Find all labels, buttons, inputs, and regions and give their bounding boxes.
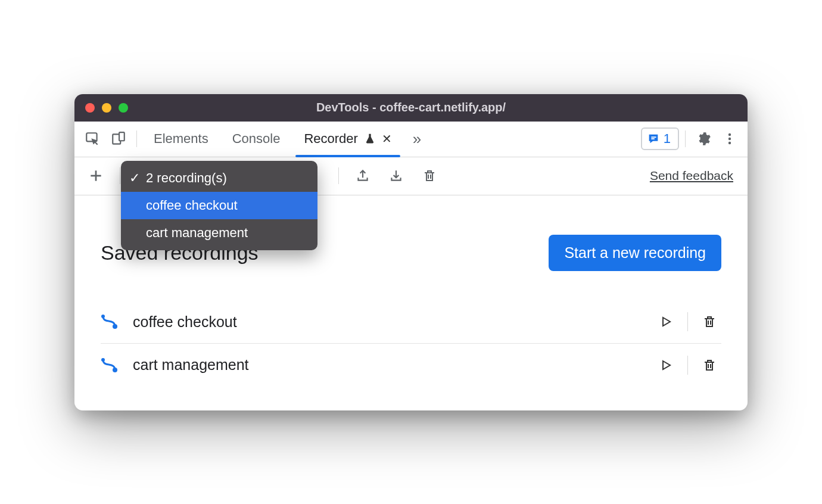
devtools-window: DevTools - coffee-cart.netlify.app/ Elem… xyxy=(74,94,748,410)
svg-rect-4 xyxy=(651,138,655,139)
divider xyxy=(685,130,686,147)
close-window-button[interactable] xyxy=(85,103,95,113)
recordings-dropdown: ✓ 2 recording(s) coffee checkout cart ma… xyxy=(121,161,317,250)
minimize-window-button[interactable] xyxy=(102,103,111,113)
svg-point-18 xyxy=(113,368,117,372)
tab-label: Elements xyxy=(154,131,208,147)
more-tabs-icon[interactable]: » xyxy=(405,127,429,151)
export-icon[interactable] xyxy=(350,163,376,189)
svg-point-13 xyxy=(113,324,117,329)
titlebar: DevTools - coffee-cart.netlify.app/ xyxy=(74,94,748,122)
dropdown-item[interactable]: cart management xyxy=(121,219,317,247)
flow-icon xyxy=(101,313,120,330)
svg-rect-2 xyxy=(119,132,124,141)
list-item[interactable]: coffee checkout xyxy=(101,301,721,344)
device-toolbar-icon[interactable] xyxy=(107,127,130,151)
play-icon[interactable] xyxy=(654,310,678,334)
tab-console[interactable]: Console xyxy=(222,121,291,157)
recording-name: coffee checkout xyxy=(133,313,641,331)
tabs-row: Elements Console Recorder ✕ » xyxy=(74,122,748,157)
import-icon[interactable] xyxy=(383,163,409,189)
kebab-menu-icon[interactable] xyxy=(718,127,742,151)
tab-elements[interactable]: Elements xyxy=(143,121,219,157)
recorder-toolbar: Send feedback ✓ 2 recording(s) coffee ch… xyxy=(74,157,748,195)
dropdown-item[interactable]: coffee checkout xyxy=(121,192,317,219)
recording-name: cart management xyxy=(133,356,641,374)
recordings-list: coffee checkout xyxy=(101,301,721,387)
tab-label: Console xyxy=(232,131,281,147)
tab-label: Recorder xyxy=(304,131,357,147)
svg-point-5 xyxy=(728,133,731,136)
divider xyxy=(338,167,339,184)
window-title: DevTools - coffee-cart.netlify.app/ xyxy=(74,101,748,114)
flask-icon xyxy=(364,133,376,145)
settings-icon[interactable] xyxy=(692,127,715,151)
dropdown-heading-label: 2 recording(s) xyxy=(146,170,227,186)
close-tab-icon[interactable]: ✕ xyxy=(382,132,392,146)
list-item[interactable]: cart management xyxy=(101,344,721,387)
svg-marker-19 xyxy=(663,361,670,369)
trash-icon[interactable] xyxy=(698,310,721,334)
zoom-window-button[interactable] xyxy=(119,103,128,113)
issues-badge[interactable]: 1 xyxy=(641,127,679,150)
trash-icon[interactable] xyxy=(698,353,721,377)
start-recording-button[interactable]: Start a new recording xyxy=(549,235,721,271)
svg-rect-3 xyxy=(651,136,656,138)
add-recording-icon[interactable] xyxy=(83,163,109,189)
svg-point-7 xyxy=(728,142,731,144)
inspect-element-icon[interactable] xyxy=(80,127,104,151)
dropdown-item-label: coffee checkout xyxy=(146,198,238,213)
svg-point-6 xyxy=(728,138,731,140)
check-icon: ✓ xyxy=(129,170,140,186)
divider xyxy=(687,356,688,375)
row-actions xyxy=(654,353,721,377)
delete-icon[interactable] xyxy=(416,163,443,189)
divider xyxy=(120,167,120,184)
issues-count: 1 xyxy=(664,131,671,147)
row-actions xyxy=(654,310,721,334)
window-controls xyxy=(74,103,128,113)
divider xyxy=(687,312,688,331)
play-icon[interactable] xyxy=(654,353,678,377)
tab-recorder[interactable]: Recorder ✕ xyxy=(293,121,402,157)
flow-icon xyxy=(101,357,120,374)
dropdown-item-label: cart management xyxy=(146,225,248,241)
divider xyxy=(136,130,137,147)
send-feedback-link[interactable]: Send feedback xyxy=(650,169,733,183)
svg-marker-14 xyxy=(663,318,670,326)
dropdown-heading: ✓ 2 recording(s) xyxy=(121,164,317,192)
